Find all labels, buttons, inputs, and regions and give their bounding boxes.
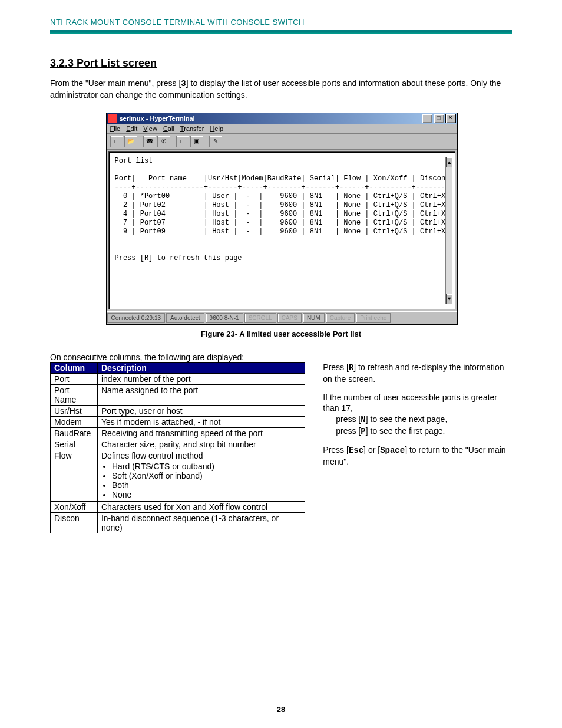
key-3: 3 xyxy=(181,79,186,88)
status-bar: Connected 0:29:13 Auto detect 9600 8-N-1… xyxy=(107,311,457,324)
list-item: Both xyxy=(112,480,301,490)
menu-transfer[interactable]: Transfer xyxy=(180,125,204,132)
section-number: 3.2.3 xyxy=(50,57,74,69)
list-item: Soft (Xon/Xoff or inband) xyxy=(112,471,301,480)
hyperterminal-window: serimux - HyperTerminal _ □ × File Edit … xyxy=(106,113,458,325)
table-cell-description: Name assigned to the port xyxy=(97,384,305,405)
table-row: Portindex number of the port xyxy=(51,373,305,384)
table-cell-column: Port Name xyxy=(51,384,98,405)
running-header: NTI RACK MOUNT CONSOLE TERMINAL WITH CON… xyxy=(50,18,512,27)
toolbar-send-icon[interactable]: □ xyxy=(176,136,189,147)
window-titlebar: serimux - HyperTerminal _ □ × xyxy=(107,113,457,124)
screenshot-figure: serimux - HyperTerminal _ □ × File Edit … xyxy=(106,113,457,325)
vertical-scrollbar[interactable]: ▲ ▼ xyxy=(445,157,452,304)
minimize-button[interactable]: _ xyxy=(422,114,432,123)
note-return: Press [Esc] or [Space] to return to the … xyxy=(323,444,512,467)
toolbar-properties-icon[interactable]: ✎ xyxy=(209,136,222,147)
table-cell-column: Xon/Xoff xyxy=(51,501,98,512)
note-paging: If the number of user accessible ports i… xyxy=(323,392,512,438)
terminal-content: Port list Port| Port name |Usr/Hst|Modem… xyxy=(115,157,446,304)
table-cell-description: In-band disconnect sequence (1-3 charact… xyxy=(97,512,305,533)
table-cell-description: Port type, user or host xyxy=(97,405,305,416)
terminal-viewport: Port list Port| Port name |Usr/Hst|Modem… xyxy=(108,151,455,309)
table-row: Port NameName assigned to the port xyxy=(51,384,305,405)
table-cell-description: Yes if modem is attached, - if not xyxy=(97,416,305,427)
column-description-table: Column Description Portindex number of t… xyxy=(50,362,305,533)
status-connected: Connected 0:29:13 xyxy=(107,313,166,323)
figure-caption: Figure 23- A limited user accessible Por… xyxy=(50,330,512,338)
list-item: Hard (RTS/CTS or outband) xyxy=(112,462,301,471)
status-caps: CAPS xyxy=(277,313,302,323)
toolbar: □ 📂 ☎ ✆ □ ▣ ✎ xyxy=(107,134,457,150)
menu-call[interactable]: Call xyxy=(163,125,174,132)
key-P: P xyxy=(361,427,365,436)
status-scroll: SCROLL xyxy=(244,313,276,323)
toolbar-open-icon[interactable]: 📂 xyxy=(124,136,137,147)
app-icon xyxy=(108,114,117,123)
scroll-track[interactable] xyxy=(446,167,452,294)
menu-view[interactable]: View xyxy=(143,125,157,132)
table-row: ModemYes if modem is attached, - if not xyxy=(51,416,305,427)
close-button[interactable]: × xyxy=(445,114,456,123)
table-cell-description: index number of the port xyxy=(97,373,305,384)
table-row: SerialCharacter size, parity, and stop b… xyxy=(51,439,305,450)
key-Esc: Esc xyxy=(349,446,363,455)
table-cell-description: Characters used for Xon and Xoff flow co… xyxy=(97,501,305,512)
status-num: NUM xyxy=(303,313,325,323)
table-header-description: Description xyxy=(97,362,305,373)
table-cell-description: Defines flow control methodHard (RTS/CTS… xyxy=(97,450,305,501)
table-row: DisconIn-band disconnect sequence (1-3 c… xyxy=(51,512,305,533)
table-cell-description: Character size, parity, and stop bit num… xyxy=(97,439,305,450)
menu-file[interactable]: File xyxy=(110,125,121,132)
table-cell-column: Usr/Hst xyxy=(51,405,98,416)
key-Space: Space xyxy=(380,446,405,455)
table-cell-column: Discon xyxy=(51,512,98,533)
toolbar-hangup-icon[interactable]: ✆ xyxy=(157,136,170,147)
header-rule xyxy=(50,30,512,34)
table-cell-column: Modem xyxy=(51,416,98,427)
page-number: 28 xyxy=(0,705,562,714)
toolbar-receive-icon[interactable]: ▣ xyxy=(190,136,203,147)
status-capture: Capture xyxy=(326,313,355,323)
table-header-column: Column xyxy=(51,362,98,373)
table-cell-column: Port xyxy=(51,373,98,384)
table-row: Usr/HstPort type, user or host xyxy=(51,405,305,416)
status-detect: Auto detect xyxy=(166,313,204,323)
toolbar-call-icon[interactable]: ☎ xyxy=(143,136,156,147)
table-row: Xon/XoffCharacters used for Xon and Xoff… xyxy=(51,501,305,512)
menu-bar: File Edit View Call Transfer Help xyxy=(107,124,457,134)
key-N: N xyxy=(361,415,365,424)
side-notes: Press [R] to refresh and re-display the … xyxy=(323,362,512,475)
table-row: BaudRateReceiving and transmitting speed… xyxy=(51,427,305,439)
status-mode: 9600 8-N-1 xyxy=(206,313,243,323)
status-printecho: Print echo xyxy=(356,313,391,323)
menu-help[interactable]: Help xyxy=(210,125,223,132)
table-cell-description: Receiving and transmitting speed of the … xyxy=(97,427,305,439)
maximize-button[interactable]: □ xyxy=(434,114,444,123)
section-heading: 3.2.3 Port List screen xyxy=(50,57,512,70)
table-row: FlowDefines flow control methodHard (RTS… xyxy=(51,450,305,501)
table-cell-column: Flow xyxy=(51,450,98,501)
list-item: None xyxy=(112,490,301,499)
intro-paragraph: From the "User main menu", press [3] to … xyxy=(50,78,512,101)
table-cell-column: BaudRate xyxy=(51,427,98,439)
window-title: serimux - HyperTerminal xyxy=(120,115,195,122)
menu-edit[interactable]: Edit xyxy=(126,125,137,132)
section-title: Port List screen xyxy=(77,57,157,69)
scroll-down-icon[interactable]: ▼ xyxy=(446,294,452,304)
table-lead-in: On consecutive columns, the following ar… xyxy=(50,353,512,362)
table-cell-column: Serial xyxy=(51,439,98,450)
flow-options-list: Hard (RTS/CTS or outband)Soft (Xon/Xoff … xyxy=(112,462,301,499)
scroll-up-icon[interactable]: ▲ xyxy=(446,157,452,167)
toolbar-new-icon[interactable]: □ xyxy=(110,136,123,147)
note-refresh: Press [R] to refresh and re-display the … xyxy=(323,362,512,385)
